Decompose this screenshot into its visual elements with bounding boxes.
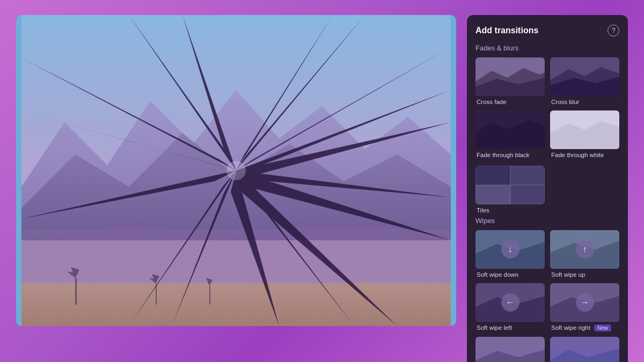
svg-rect-27	[156, 283, 157, 305]
soft-wipe-right-thumb: →	[550, 283, 619, 322]
tile-3	[475, 185, 510, 204]
wipe-down-icon: ↓	[501, 240, 519, 258]
video-canvas	[16, 15, 456, 326]
wipe-up-icon: ↑	[576, 240, 594, 258]
fade-black-thumb	[475, 110, 545, 149]
cross-fade-label: Cross fade	[475, 99, 545, 105]
fade-white-thumb	[550, 110, 619, 149]
main-container: Add transitions ? Fades & blurs Cross fa…	[16, 15, 628, 348]
video-svg	[16, 15, 456, 326]
transition-tiles[interactable]: Tiles	[475, 166, 545, 213]
fade-black-label: Fade through black	[475, 152, 545, 158]
tiles-thumb	[475, 166, 545, 204]
soft-wipe-up-label: Soft wipe up	[550, 271, 619, 278]
transition-soft-wipe-left[interactable]: ← Soft wipe left	[475, 283, 545, 331]
panel-title: Add transitions	[475, 26, 538, 35]
fades-blurs-section-title: Fades & blurs	[475, 44, 619, 52]
tiles-label: Tiles	[475, 207, 545, 213]
wipe-right-icon: →	[576, 293, 594, 312]
fade-white-label: Fade through white	[550, 152, 619, 158]
cross-blur-label: Cross blur	[550, 99, 619, 105]
cross-blur-thumb	[550, 57, 619, 96]
video-preview	[16, 15, 456, 326]
cross-blur-2-thumb	[550, 337, 619, 362]
wipe-left-icon: ←	[501, 293, 519, 312]
transition-soft-right[interactable]: Soft right	[475, 337, 545, 362]
transition-fade-black[interactable]: Fade through black	[475, 110, 545, 158]
tile-4	[510, 185, 545, 204]
panel-header: Add transitions ?	[475, 25, 619, 36]
soft-wipe-left-label: Soft wipe left	[475, 324, 545, 331]
new-badge: New	[594, 324, 611, 331]
svg-rect-24	[75, 278, 77, 305]
tile-1	[475, 166, 510, 185]
transition-soft-wipe-up[interactable]: ↑ Soft wipe up	[550, 230, 619, 278]
tile-2	[510, 166, 545, 185]
wipes-grid: ↓ Soft wipe down ↑ Soft wipe up	[475, 230, 619, 363]
fades-blurs-grid: Cross fade Cross blur	[475, 57, 619, 158]
transition-fade-white[interactable]: Fade through white	[550, 110, 619, 158]
wipes-section: Wipes ↓ Soft wipe down	[475, 217, 619, 363]
svg-rect-40	[475, 110, 545, 149]
transition-cross-blur[interactable]: Cross blur	[550, 57, 619, 105]
soft-wipe-right-label: Soft wipe right New	[550, 324, 619, 331]
cross-fade-thumb	[475, 57, 545, 96]
svg-rect-4	[21, 283, 451, 326]
soft-wipe-up-thumb: ↑	[550, 230, 619, 269]
help-icon-label: ?	[611, 26, 615, 34]
soft-right-thumb	[475, 337, 545, 362]
svg-rect-30	[209, 286, 210, 305]
transition-soft-wipe-down[interactable]: ↓ Soft wipe down	[475, 230, 545, 278]
soft-wipe-down-thumb: ↓	[475, 230, 545, 269]
transitions-panel: Add transitions ? Fades & blurs Cross fa…	[467, 15, 628, 363]
transition-cross-fade[interactable]: Cross fade	[475, 57, 545, 105]
tiles-inner	[475, 166, 545, 204]
soft-wipe-down-label: Soft wipe down	[475, 271, 545, 278]
wipes-section-title: Wipes	[475, 217, 619, 225]
soft-wipe-left-thumb: ←	[475, 283, 545, 322]
help-icon[interactable]: ?	[608, 25, 619, 36]
transition-soft-wipe-right[interactable]: → Soft wipe right New	[550, 283, 619, 331]
svg-rect-43	[550, 110, 619, 149]
svg-point-23	[226, 161, 246, 180]
transition-cross-blur-2[interactable]: Cross blur	[550, 337, 619, 362]
